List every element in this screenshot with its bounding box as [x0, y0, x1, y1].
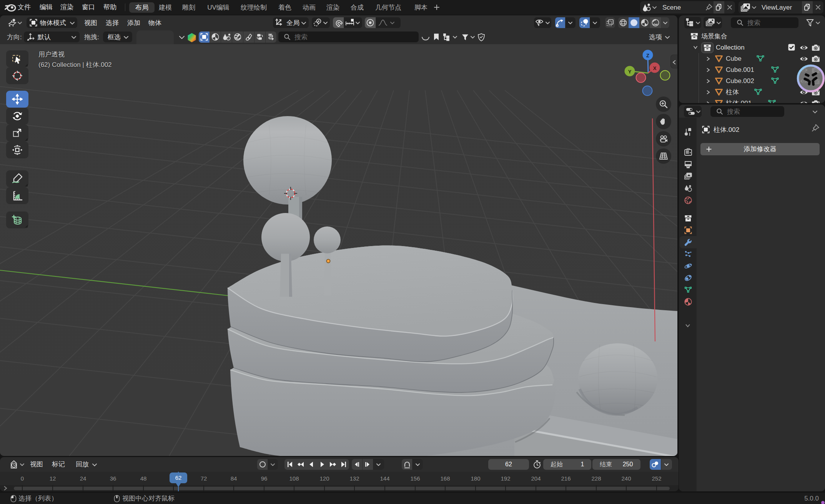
svg-text:Y: Y [628, 69, 632, 75]
svg-text:X: X [653, 65, 657, 71]
svg-text:Z: Z [646, 53, 649, 58]
